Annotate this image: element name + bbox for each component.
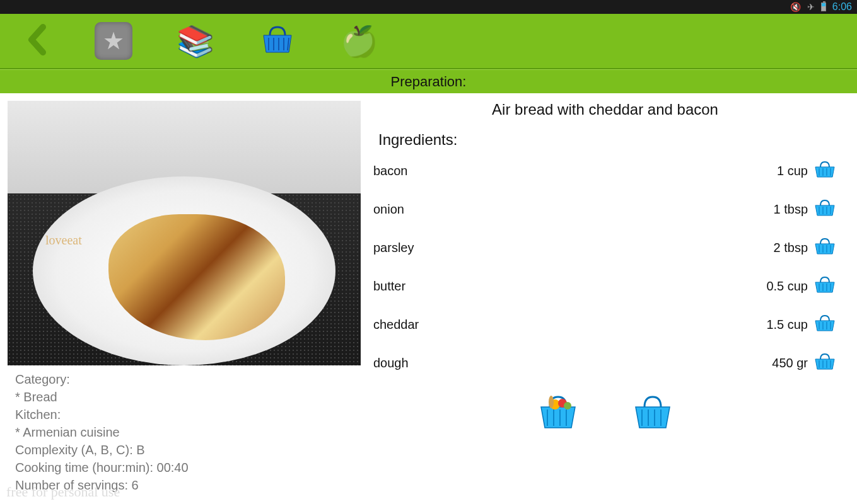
- meta-complexity: Complexity (A, B, C): B: [15, 441, 353, 459]
- svg-point-36: [564, 402, 571, 410]
- add-ingredient-to-basket-button[interactable]: [813, 237, 837, 259]
- ingredient-row: butter0.5 cup: [373, 275, 837, 297]
- recipes-button[interactable]: 📚: [177, 23, 214, 59]
- svg-point-35: [549, 396, 554, 408]
- meta-kitchen-label: Kitchen:: [15, 406, 353, 423]
- ingredient-quantity: 1 cup: [777, 164, 808, 178]
- recipe-title: Air bread with cheddar and bacon: [373, 101, 837, 118]
- ingredient-row: parsley2 tbsp: [373, 237, 837, 259]
- add-ingredient-to-basket-button[interactable]: [813, 352, 837, 374]
- ingredient-row: cheddar1.5 cup: [373, 314, 837, 336]
- volume-mute-icon: 🔇: [790, 2, 801, 12]
- ingredient-name: parsley: [373, 241, 774, 255]
- ingredient-name: onion: [373, 202, 774, 217]
- back-button[interactable]: [25, 24, 50, 58]
- status-bar: 🔇 ✈ 6:06: [0, 0, 857, 14]
- add-all-to-basket-button[interactable]: [536, 393, 580, 433]
- add-ingredient-to-basket-button[interactable]: [813, 198, 837, 220]
- toolbar: 📚 🍏: [0, 14, 857, 69]
- ingredient-row: onion1 tbsp: [373, 198, 837, 220]
- ingredient-quantity: 1 tbsp: [774, 202, 808, 217]
- status-time: 6:06: [832, 1, 852, 13]
- footer-watermark: free for personal use: [6, 484, 120, 500]
- ingredient-name: cheddar: [373, 318, 766, 332]
- favorite-button[interactable]: [95, 22, 132, 60]
- meta-cooking-time: Cooking time (hour:min): 00:40: [15, 459, 353, 476]
- add-ingredient-to-basket-button[interactable]: [813, 160, 837, 182]
- meta-category-label: Category:: [15, 370, 353, 388]
- battery-icon: [821, 3, 826, 11]
- airplane-mode-icon: ✈: [807, 2, 815, 12]
- add-ingredient-to-basket-button[interactable]: [813, 314, 837, 336]
- nutrition-calculator-button[interactable]: 🍏: [341, 23, 378, 59]
- subheader: Preparation:: [0, 69, 857, 93]
- meta-category-value: * Bread: [15, 388, 353, 406]
- add-ingredient-to-basket-button[interactable]: [813, 275, 837, 297]
- ingredient-name: dough: [373, 356, 772, 370]
- ingredient-name: bacon: [373, 164, 777, 178]
- ingredient-quantity: 0.5 cup: [766, 279, 808, 294]
- recipe-meta: Category: * Bread Kitchen: * Armenian cu…: [8, 365, 361, 499]
- shopping-list-button[interactable]: [259, 24, 296, 58]
- ingredient-row: bacon1 cup: [373, 160, 837, 182]
- ingredient-quantity: 450 gr: [772, 356, 808, 370]
- recipe-photo[interactable]: loveeat: [8, 101, 361, 365]
- photo-watermark: loveeat: [45, 233, 82, 248]
- ingredient-name: butter: [373, 279, 766, 294]
- meta-kitchen-value: * Armenian cuisine: [15, 423, 353, 441]
- ingredients-list: bacon1 cup onion1 tbsp parsley2 tbsp but…: [373, 160, 837, 374]
- ingredient-quantity: 2 tbsp: [774, 241, 808, 255]
- empty-basket-button[interactable]: [631, 393, 675, 433]
- ingredient-row: dough450 gr: [373, 352, 837, 374]
- ingredient-quantity: 1.5 cup: [766, 318, 808, 332]
- subheader-title: Preparation:: [391, 74, 467, 90]
- ingredients-header: Ingredients:: [373, 131, 837, 149]
